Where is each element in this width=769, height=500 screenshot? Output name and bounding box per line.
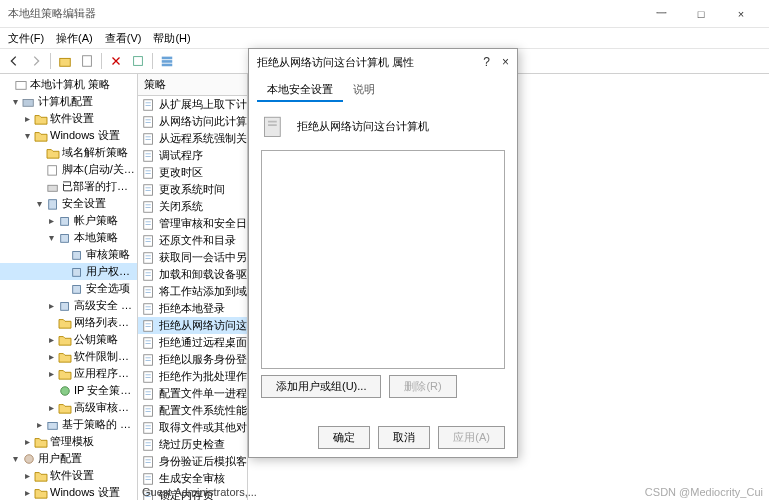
list-item[interactable]: 将工作站添加到域 bbox=[138, 283, 247, 300]
svg-rect-36 bbox=[146, 187, 151, 188]
svg-rect-119 bbox=[265, 117, 281, 136]
back-icon[interactable] bbox=[4, 51, 24, 71]
menu-view[interactable]: 查看(V) bbox=[105, 31, 142, 46]
svg-rect-5 bbox=[162, 64, 173, 67]
tree-root[interactable]: 本地计算机 策略 bbox=[30, 77, 135, 92]
svg-rect-81 bbox=[146, 442, 151, 443]
svg-rect-34 bbox=[146, 173, 151, 174]
svg-rect-27 bbox=[146, 136, 151, 137]
list-item[interactable]: 更改时区 bbox=[138, 164, 247, 181]
svg-rect-48 bbox=[146, 255, 151, 256]
add-user-button[interactable]: 添加用户或组(U)... bbox=[261, 375, 381, 398]
list-item[interactable]: 加载和卸载设备驱动程序 bbox=[138, 266, 247, 283]
svg-rect-2 bbox=[134, 57, 143, 66]
svg-rect-70 bbox=[146, 377, 151, 378]
list-item[interactable]: 更改系统时间 bbox=[138, 181, 247, 198]
svg-rect-88 bbox=[146, 479, 151, 480]
list-item[interactable]: 配置文件系统性能 bbox=[138, 402, 247, 419]
list-item[interactable]: 关闭系统 bbox=[138, 198, 247, 215]
svg-rect-87 bbox=[146, 476, 151, 477]
tree-rights[interactable]: 用户权限分配 bbox=[86, 264, 135, 279]
dialog-close-icon[interactable]: × bbox=[502, 55, 509, 69]
ok-button[interactable]: 确定 bbox=[318, 426, 370, 449]
help-icon[interactable]: ? bbox=[483, 55, 490, 69]
tab-explain[interactable]: 说明 bbox=[343, 79, 385, 102]
svg-rect-39 bbox=[146, 204, 151, 205]
list-item[interactable]: 管理审核和安全日志 bbox=[138, 215, 247, 232]
list-item[interactable]: 调试程序 bbox=[138, 147, 247, 164]
svg-rect-60 bbox=[146, 323, 151, 324]
column-header-policy[interactable]: 策略 bbox=[138, 74, 247, 96]
svg-rect-10 bbox=[49, 199, 57, 208]
svg-rect-76 bbox=[146, 411, 151, 412]
filter-icon[interactable] bbox=[157, 51, 177, 71]
remove-button: 删除(R) bbox=[389, 375, 456, 398]
list-item[interactable]: 拒绝作为批处理作业登录 bbox=[138, 368, 247, 385]
dialog-title: 拒绝从网络访问这台计算机 属性 bbox=[257, 55, 483, 70]
list-item[interactable]: 拒绝以服务身份登录 bbox=[138, 351, 247, 368]
svg-rect-6 bbox=[16, 81, 26, 89]
policy-icon bbox=[261, 112, 289, 140]
list-item[interactable]: 拒绝从网络访问这台计算机 bbox=[138, 317, 247, 334]
svg-rect-7 bbox=[23, 99, 33, 106]
svg-rect-121 bbox=[268, 124, 277, 126]
setting-name: 拒绝从网络访问这台计算机 bbox=[297, 119, 429, 134]
svg-rect-40 bbox=[146, 207, 151, 208]
list-item[interactable]: 身份验证后模拟客户端 bbox=[138, 453, 247, 470]
svg-rect-1 bbox=[83, 56, 92, 67]
menu-file[interactable]: 文件(F) bbox=[8, 31, 44, 46]
list-item[interactable]: 还原文件和目录 bbox=[138, 232, 247, 249]
tab-local-security[interactable]: 本地安全设置 bbox=[257, 79, 343, 102]
svg-rect-67 bbox=[146, 360, 151, 361]
svg-rect-9 bbox=[48, 185, 57, 191]
svg-rect-15 bbox=[73, 285, 81, 293]
up-icon[interactable] bbox=[55, 51, 75, 71]
delete-icon[interactable] bbox=[106, 51, 126, 71]
svg-point-17 bbox=[61, 386, 70, 395]
minimize-button[interactable]: 一 bbox=[641, 1, 681, 27]
svg-rect-69 bbox=[146, 374, 151, 375]
svg-rect-3 bbox=[162, 57, 173, 60]
window-title: 本地组策略编辑器 bbox=[8, 6, 641, 21]
export-icon[interactable] bbox=[128, 51, 148, 71]
svg-rect-0 bbox=[60, 58, 71, 66]
svg-rect-8 bbox=[48, 165, 57, 174]
svg-rect-58 bbox=[146, 309, 151, 310]
list-item[interactable]: 从网络访问此计算机 bbox=[138, 113, 247, 130]
users-listbox[interactable] bbox=[261, 150, 505, 369]
list-item[interactable]: 拒绝通过远程桌面服务登 bbox=[138, 334, 247, 351]
list-item[interactable]: 从扩展坞上取下计算机 bbox=[138, 96, 247, 113]
svg-rect-14 bbox=[73, 268, 81, 276]
properties-icon[interactable] bbox=[77, 51, 97, 71]
svg-rect-64 bbox=[146, 343, 151, 344]
list-item[interactable]: 拒绝本地登录 bbox=[138, 300, 247, 317]
maximize-button[interactable]: □ bbox=[681, 1, 721, 27]
svg-rect-54 bbox=[146, 289, 151, 290]
close-button[interactable]: × bbox=[721, 1, 761, 27]
svg-rect-30 bbox=[146, 153, 151, 154]
menu-action[interactable]: 操作(A) bbox=[56, 31, 93, 46]
list-item[interactable]: 绕过历史检查 bbox=[138, 436, 247, 453]
list-item[interactable]: 生成安全审核 bbox=[138, 470, 247, 487]
svg-rect-25 bbox=[146, 122, 151, 123]
menu-help[interactable]: 帮助(H) bbox=[153, 31, 190, 46]
svg-rect-72 bbox=[146, 391, 151, 392]
cancel-button[interactable]: 取消 bbox=[378, 426, 430, 449]
svg-rect-75 bbox=[146, 408, 151, 409]
svg-rect-120 bbox=[268, 121, 277, 123]
svg-rect-73 bbox=[146, 394, 151, 395]
svg-rect-63 bbox=[146, 340, 151, 341]
list-item[interactable]: 获取同一会话中另一个用 bbox=[138, 249, 247, 266]
list-item[interactable]: 取得文件或其他对象的所有 bbox=[138, 419, 247, 436]
svg-rect-11 bbox=[61, 217, 69, 225]
properties-dialog: 拒绝从网络访问这台计算机 属性 ? × 本地安全设置 说明 拒绝从网络访问这台计… bbox=[248, 48, 518, 458]
list-item[interactable]: 从远程系统强制关机 bbox=[138, 130, 247, 147]
forward-icon[interactable] bbox=[26, 51, 46, 71]
svg-rect-61 bbox=[146, 326, 151, 327]
tree-computer[interactable]: 计算机配置 bbox=[38, 94, 135, 109]
list-item[interactable]: 配置文件单一进程 bbox=[138, 385, 247, 402]
nav-tree[interactable]: 本地计算机 策略 ▾计算机配置 ▸软件设置 ▾Windows 设置 域名解析策略… bbox=[0, 74, 138, 500]
svg-rect-85 bbox=[146, 462, 151, 463]
policy-list[interactable]: 从扩展坞上取下计算机从网络访问此计算机从远程系统强制关机调试程序更改时区更改系统… bbox=[138, 96, 247, 500]
svg-rect-24 bbox=[146, 119, 151, 120]
